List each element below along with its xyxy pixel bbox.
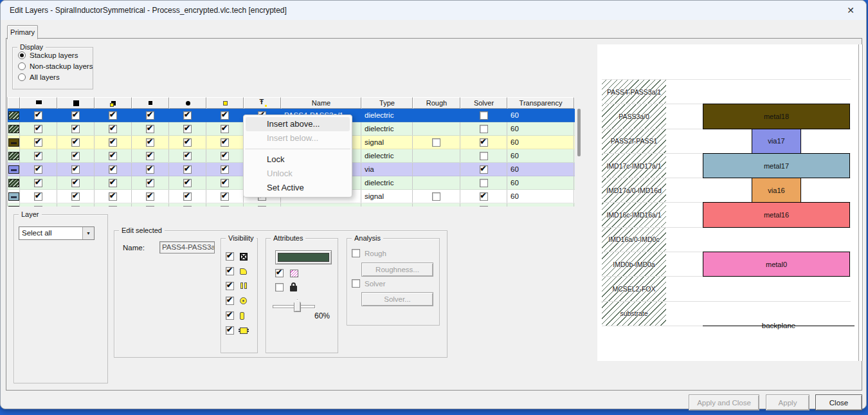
solver-checkbox[interactable] xyxy=(480,138,488,147)
transparency-cell[interactable]: 60 xyxy=(507,190,574,203)
visibility-checkbox[interactable] xyxy=(109,165,117,174)
header-rough[interactable]: Rough xyxy=(413,97,460,109)
header-name[interactable]: Name xyxy=(281,97,361,109)
lock-checkbox[interactable] xyxy=(275,283,284,291)
transparency-cell[interactable]: 60 xyxy=(507,136,574,149)
solver-button[interactable]: Solver... xyxy=(361,292,433,306)
radio-non-stackup-layers[interactable]: Non-stackup layers xyxy=(18,62,93,70)
visibility-checkbox[interactable] xyxy=(146,152,154,160)
visibility-checkbox[interactable] xyxy=(183,165,192,174)
visibility-checkbox[interactable] xyxy=(146,111,154,120)
transparency-cell[interactable]: 60 xyxy=(507,203,574,207)
visibility-checkbox[interactable] xyxy=(71,206,80,207)
rough-checkbox[interactable] xyxy=(432,138,440,147)
visibility-item-checkbox[interactable] xyxy=(226,311,234,320)
visibility-checkbox[interactable] xyxy=(34,125,42,133)
header-type[interactable]: Type xyxy=(361,97,413,109)
layer-name-cell[interactable]: IMD17a/0-IMD16d xyxy=(281,203,361,207)
icon-column-header[interactable] xyxy=(20,97,57,109)
visibility-checkbox[interactable] xyxy=(71,125,80,133)
visibility-checkbox[interactable] xyxy=(183,125,192,133)
visibility-checkbox[interactable] xyxy=(146,165,154,174)
close-button[interactable]: Close xyxy=(815,394,862,410)
visibility-checkbox[interactable] xyxy=(109,111,117,120)
tab-primary[interactable]: Primary xyxy=(7,25,38,39)
radio-all-layers[interactable]: All layers xyxy=(18,73,60,81)
transparency-cell[interactable]: 60 xyxy=(507,149,574,162)
pattern-checkbox[interactable] xyxy=(275,269,284,277)
radio-icon[interactable] xyxy=(18,73,26,81)
visibility-checkbox[interactable] xyxy=(34,192,42,201)
icon-column-header[interactable] xyxy=(206,97,244,109)
visibility-checkbox[interactable] xyxy=(109,125,117,133)
solver-checkbox[interactable] xyxy=(480,165,488,174)
visibility-checkbox[interactable] xyxy=(183,152,192,160)
visibility-checkbox[interactable] xyxy=(221,192,229,201)
solver-checkbox[interactable] xyxy=(480,192,488,201)
visibility-checkbox[interactable] xyxy=(146,206,154,207)
context-menu-item[interactable]: Lock xyxy=(246,152,350,167)
stackup-scrollbar[interactable] xyxy=(858,44,863,361)
visibility-checkbox[interactable] xyxy=(221,152,229,160)
visibility-checkbox[interactable] xyxy=(221,138,229,147)
context-menu-item[interactable]: Insert below... xyxy=(246,131,350,145)
visibility-item-checkbox[interactable] xyxy=(226,297,234,305)
visibility-checkbox[interactable] xyxy=(258,206,266,207)
visibility-checkbox[interactable] xyxy=(109,192,117,201)
visibility-checkbox[interactable] xyxy=(109,152,117,160)
analysis-rough-checkbox[interactable] xyxy=(352,249,360,257)
apply-and-close-button[interactable]: Apply and Close xyxy=(689,394,759,410)
visibility-checkbox[interactable] xyxy=(34,152,42,160)
visibility-checkbox[interactable] xyxy=(34,206,42,207)
icon-column-header[interactable] xyxy=(132,97,169,109)
roughness-button[interactable]: Roughness... xyxy=(361,263,433,277)
stackup-block[interactable]: metal0 xyxy=(703,252,850,277)
solver-checkbox[interactable] xyxy=(480,125,488,133)
visibility-checkbox[interactable] xyxy=(183,192,192,201)
visibility-checkbox[interactable] xyxy=(221,206,229,207)
fill-pattern-icon[interactable] xyxy=(290,270,298,277)
visibility-checkbox[interactable] xyxy=(183,206,192,207)
transparency-cell[interactable]: 60 xyxy=(507,122,574,135)
stackup-block[interactable]: via16 xyxy=(752,178,801,203)
visibility-checkbox[interactable] xyxy=(183,111,192,120)
radio-icon[interactable] xyxy=(18,62,26,70)
name-field[interactable]: PASS4-PASS3a/ xyxy=(159,241,215,254)
context-menu-item[interactable] xyxy=(245,149,350,149)
visibility-checkbox[interactable] xyxy=(34,179,42,187)
visibility-checkbox[interactable] xyxy=(34,138,42,147)
visibility-checkbox[interactable] xyxy=(71,165,80,174)
visibility-checkbox[interactable] xyxy=(221,179,229,187)
icon-column-header[interactable] xyxy=(169,97,206,109)
layer-select-dropdown[interactable]: Select all ▼ xyxy=(19,226,95,240)
stackup-block[interactable]: metal17 xyxy=(703,153,850,178)
visibility-checkbox[interactable] xyxy=(109,138,117,147)
icon-column-header[interactable] xyxy=(57,97,95,109)
solver-checkbox[interactable] xyxy=(480,152,488,160)
visibility-checkbox[interactable] xyxy=(221,165,229,174)
chevron-down-icon[interactable]: ▼ xyxy=(82,227,94,239)
solver-checkbox[interactable] xyxy=(480,206,488,207)
apply-button[interactable]: Apply xyxy=(766,394,809,410)
visibility-checkbox[interactable] xyxy=(183,138,192,147)
transparency-cell[interactable]: 60 xyxy=(507,109,574,122)
visibility-checkbox[interactable] xyxy=(146,125,154,133)
visibility-checkbox[interactable] xyxy=(71,179,80,187)
visibility-item-checkbox[interactable] xyxy=(226,326,234,335)
close-icon[interactable]: ✕ xyxy=(843,4,858,17)
visibility-item-checkbox[interactable] xyxy=(226,267,234,275)
visibility-checkbox[interactable] xyxy=(109,206,117,207)
radio-stackup-layers[interactable]: Stackup layers xyxy=(18,51,78,59)
icon-column-header[interactable] xyxy=(95,97,132,109)
visibility-item-checkbox[interactable] xyxy=(226,282,234,290)
visibility-checkbox[interactable] xyxy=(221,125,229,133)
visibility-checkbox[interactable] xyxy=(221,111,229,120)
header-transparency[interactable]: Transparency xyxy=(507,97,574,109)
visibility-checkbox[interactable] xyxy=(146,138,154,147)
stackup-block[interactable]: via17 xyxy=(752,129,801,154)
visibility-checkbox[interactable] xyxy=(183,179,192,187)
analysis-solver-checkbox[interactable] xyxy=(352,279,360,288)
visibility-checkbox[interactable] xyxy=(71,192,80,201)
visibility-checkbox[interactable] xyxy=(71,138,80,147)
visibility-checkbox[interactable] xyxy=(71,111,80,120)
